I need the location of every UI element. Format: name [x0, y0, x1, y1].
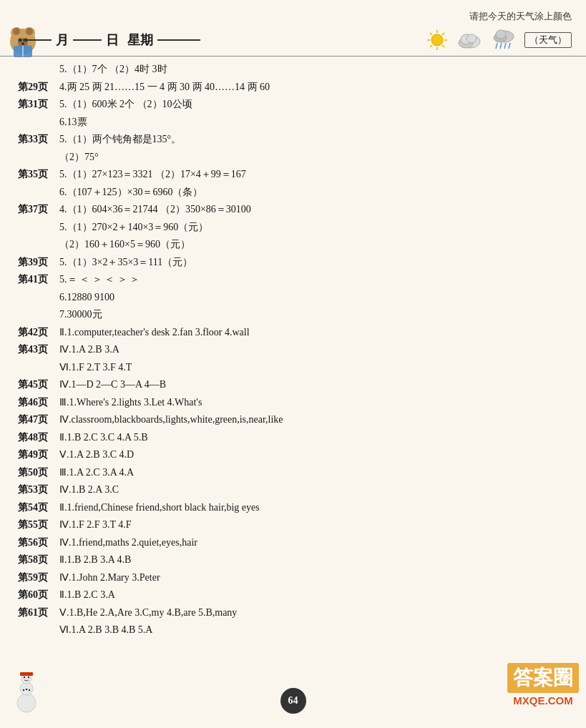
page-label: 第46页 [18, 394, 59, 412]
watermark: 答案圈 MXQE.COM [507, 663, 579, 707]
line-text: 4.（1）604×36＝21744 （2）350×86＝30100 [59, 201, 568, 219]
page-label: 第47页 [18, 411, 59, 429]
weather-icons: （天气） [426, 27, 572, 53]
line-text: 5.（1）27×123＝3321 （2）17×4＋99＝167 [59, 166, 568, 184]
weather-label: （天气） [524, 32, 572, 48]
page-label: 第48页 [18, 429, 59, 447]
content-line: （2）160＋160×5＝960（元） [18, 236, 568, 254]
page-label: 第61页 [18, 604, 59, 622]
line-text: Ⅳ.1—D 2—C 3—A 4—B [59, 376, 568, 394]
line-text: 5.＝ ＜ ＞ ＜ ＞ ＞ [59, 271, 568, 289]
svg-line-27 [496, 43, 497, 49]
day-label: 日 [106, 31, 119, 49]
line-text: Ⅳ.1.A 2.B 3.A [59, 341, 568, 359]
svg-line-16 [430, 33, 432, 35]
svg-point-34 [24, 677, 25, 678]
date-area: 月 日 星期 [21, 31, 411, 49]
svg-rect-36 [20, 672, 33, 676]
cloud-icon [456, 30, 483, 50]
line-text: Ⅳ.1.B 2.A 3.C [59, 481, 568, 499]
page-label: 第42页 [18, 324, 59, 342]
page-label: 第41页 [18, 271, 59, 289]
line-text: Ⅲ.1.Where's 2.lights 3.Let 4.What's [59, 394, 568, 412]
page-label: 第29页 [18, 79, 59, 97]
svg-point-26 [496, 30, 506, 39]
rain-icon [490, 27, 517, 53]
content-line: 第56页Ⅳ.1.friend,maths 2.quiet,eyes,hair [18, 534, 568, 552]
line-text: Ⅱ.1.B 2.B 3.A 4.B [59, 551, 568, 569]
page-label: 第60页 [18, 586, 59, 604]
svg-line-17 [442, 45, 444, 47]
line-text: Ⅱ.1.B 2.C 3.A [59, 586, 568, 604]
content-line: 第37页4.（1）604×36＝21744 （2）350×86＝30100 [18, 201, 568, 219]
content-line: 5.（1）270×2＋140×3＝960（元） [18, 219, 568, 237]
content-line: 5.（1）7个 （2）4时 3时 [18, 61, 568, 79]
svg-point-23 [467, 34, 477, 43]
page-label: 第58页 [18, 551, 59, 569]
content-line: 6.13票 [18, 114, 568, 132]
content-line: 第54页Ⅱ.1.friend,Chinese friend,short blac… [18, 499, 568, 517]
content-line: 第61页Ⅴ.1.B,He 2.A,Are 3.C,my 4.B,are 5.B,… [18, 604, 568, 622]
svg-point-11 [431, 34, 443, 46]
content-line: 第48页Ⅱ.1.B 2.C 3.C 4.A 5.B [18, 429, 568, 447]
page: 请把今天的天气涂上颜色 月 日 星期 [0, 0, 586, 728]
top-instruction: 请把今天的天气涂上颜色 [0, 7, 586, 24]
svg-line-29 [504, 43, 506, 49]
line-text: Ⅳ.1.friend,maths 2.quiet,eyes,hair [59, 534, 568, 552]
line-text: Ⅴ.1.A 2.B 3.C 4.D [59, 446, 568, 464]
content-line: 第45页Ⅳ.1—D 2—C 3—A 4—B [18, 376, 568, 394]
content-line: 第59页Ⅳ.1.John 2.Mary 3.Peter [18, 569, 568, 587]
page-label: 第35页 [18, 166, 59, 184]
content-line: 6.（107＋125）×30＝6960（条） [18, 184, 568, 202]
weekday-blank [157, 39, 200, 41]
content-line: 6.12880 9100 [18, 289, 568, 307]
page-label: 第56页 [18, 534, 59, 552]
line-text: Ⅱ.1.friend,Chinese friend,short black ha… [59, 499, 568, 517]
weekday-label: 星期 [127, 31, 153, 49]
sun-icon [426, 29, 449, 51]
page-label: 第49页 [18, 446, 59, 464]
page-label: 第55页 [18, 516, 59, 534]
line-text: 5.（1）600米 2个 （2）10公顷 [59, 96, 568, 114]
line-text: 4.两 25 两 21……15 一 4 两 30 两 40……14 两 60 [59, 79, 568, 97]
page-label: 第39页 [18, 254, 59, 272]
svg-point-31 [17, 694, 36, 712]
page-label: 第45页 [18, 376, 59, 394]
content-line: 第35页5.（1）27×123＝3321 （2）17×4＋99＝167 [18, 166, 568, 184]
content-line: 第55页Ⅳ.1.F 2.F 3.T 4.F [18, 516, 568, 534]
instruction-text: 请把今天的天气涂上颜色 [469, 10, 572, 23]
answer-box-label: 答案圈 [507, 663, 579, 693]
line-text: Ⅲ.1.A 2.C 3.A 4.A [59, 464, 568, 482]
content-line: 第41页5.＝ ＜ ＞ ＜ ＞ ＞ [18, 271, 568, 289]
content-line: 第49页Ⅴ.1.A 2.B 3.C 4.D [18, 446, 568, 464]
page-label: 第59页 [18, 569, 59, 587]
line-text: 5.（1）两个钝角都是135°。 [59, 131, 568, 149]
line-text: Ⅳ.1.John 2.Mary 3.Peter [59, 569, 568, 587]
month-label: 月 [56, 31, 69, 49]
content-line: 第33页5.（1）两个钝角都是135°。 [18, 131, 568, 149]
page-label: 第54页 [18, 499, 59, 517]
snowman-decoration [7, 664, 47, 721]
page-label: 第37页 [18, 201, 59, 219]
svg-point-38 [26, 689, 27, 690]
line-text: Ⅳ.1.F 2.F 3.T 4.F [59, 516, 568, 534]
line-text: Ⅱ.1.B 2.C 3.C 4.A 5.B [59, 429, 568, 447]
page-label: 第53页 [18, 481, 59, 499]
content-line: 7.30000元 [18, 306, 568, 324]
page-label: 第43页 [18, 341, 59, 359]
content-line: 第46页Ⅲ.1.Where's 2.lights 3.Let 4.What's [18, 394, 568, 412]
content-line: 第31页5.（1）600米 2个 （2）10公顷 [18, 96, 568, 114]
content-line: 第58页Ⅱ.1.B 2.B 3.A 4.B [18, 551, 568, 569]
svg-line-30 [509, 43, 510, 49]
svg-point-37 [23, 689, 24, 691]
svg-point-35 [28, 677, 29, 678]
content-line: Ⅵ.1.A 2.B 3.B 4.B 5.A [18, 621, 568, 639]
line-text: 5.（1）7个 （2）4时 3时 [59, 61, 568, 79]
page-label: 第50页 [18, 464, 59, 482]
content-line: （2）75° [18, 149, 568, 167]
content-area: 5.（1）7个 （2）4时 3时第29页4.两 25 两 21……15 一 4 … [0, 61, 586, 639]
content-line: 第50页Ⅲ.1.A 2.C 3.A 4.A [18, 464, 568, 482]
svg-line-18 [442, 33, 444, 35]
content-line: 第47页Ⅳ.classroom,blackboards,lights,white… [18, 411, 568, 429]
content-line: 第60页Ⅱ.1.B 2.C 3.A [18, 586, 568, 604]
